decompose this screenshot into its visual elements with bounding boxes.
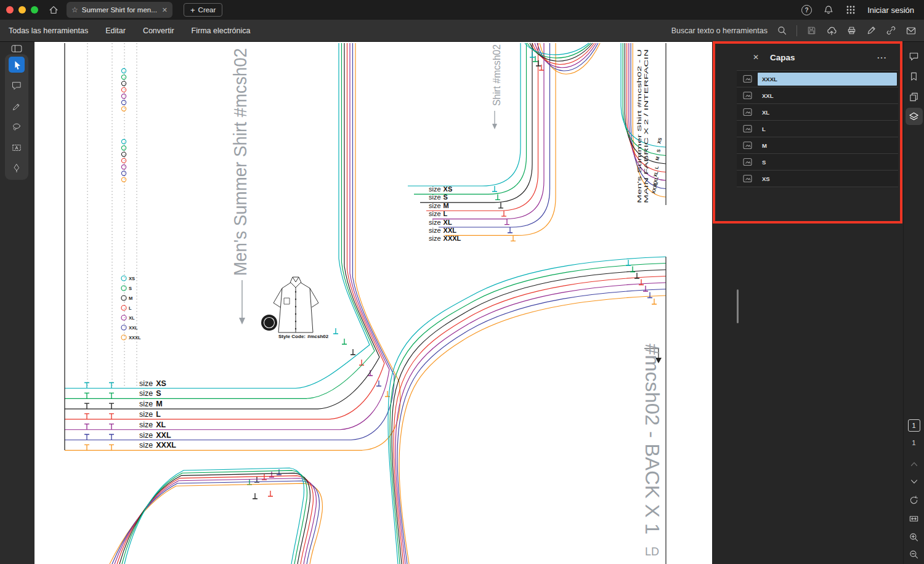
pages-icon: [909, 92, 919, 102]
size-row-label: sizeXXXL: [139, 441, 176, 449]
menu-edit[interactable]: Editar: [105, 26, 126, 35]
legend-size-label: M: [129, 296, 132, 301]
menu-all-tools[interactable]: Todas las herramientas: [9, 26, 88, 35]
menubar: Todas las herramientas Editar Convertir …: [0, 20, 924, 42]
toolbar-divider: [796, 25, 797, 36]
fit-width-button[interactable]: [906, 510, 923, 527]
layer-row-xs[interactable]: XS: [737, 171, 898, 187]
layer-row-xxxl[interactable]: XXXL: [737, 71, 898, 87]
bookmarks-panel-button[interactable]: [906, 68, 923, 85]
notifications-bell-icon[interactable]: [823, 4, 834, 15]
layers-panel-header: ✕ Capas ···: [737, 50, 898, 64]
left-tool-rail: [0, 42, 34, 564]
lasso-tool-button[interactable]: [9, 119, 25, 135]
comment-icon: [909, 51, 919, 62]
legend-size-label: XXL: [129, 325, 138, 331]
fold-label: LD: [645, 546, 659, 558]
front-piece-title: Men's Summer Shirt #mcsh02: [230, 48, 250, 276]
previous-page-button[interactable]: [906, 456, 923, 473]
save-icon[interactable]: [806, 25, 817, 36]
layer-name: S: [758, 156, 897, 169]
layer-row-xl[interactable]: XL: [737, 104, 898, 121]
select-text-icon: [11, 142, 22, 153]
layer-thumbnail-icon: [743, 141, 753, 150]
layer-name: XS: [758, 172, 897, 185]
pages-panel-button[interactable]: [906, 88, 923, 105]
close-window-button[interactable]: [6, 6, 14, 14]
layer-row-m[interactable]: M: [737, 137, 898, 154]
size-row-label: sizeL: [429, 210, 448, 217]
shirt-piece-title: Shirt #mcsh02: [491, 44, 503, 106]
titlebar: ☆ Summer Shirt for men... ✕ + Crear ? In…: [0, 0, 924, 20]
comments-panel-button[interactable]: [906, 47, 923, 65]
panel-toggle-button[interactable]: [9, 44, 24, 53]
zoom-out-button[interactable]: [906, 546, 923, 563]
add-signature-icon[interactable]: [866, 25, 877, 36]
layer-row-s[interactable]: S: [737, 154, 898, 171]
layer-thumbnail-icon: [743, 108, 753, 116]
search-icon[interactable]: [777, 25, 787, 36]
zoom-in-icon: [909, 532, 919, 542]
layer-thumbnail-icon: [743, 91, 753, 100]
print-icon[interactable]: [846, 25, 857, 36]
pen-nib-icon: [11, 163, 22, 174]
sewing-pattern-page: Men's Summer Shirt #mcsh02 Shirt #mcsh02…: [34, 42, 712, 564]
create-button[interactable]: + Crear: [184, 3, 222, 17]
layer-name: XXXL: [758, 73, 897, 86]
email-icon[interactable]: [906, 25, 917, 36]
document-canvas[interactable]: Men's Summer Shirt #mcsh02 Shirt #mcsh02…: [34, 42, 712, 564]
size-row-label: sizeM: [429, 202, 449, 209]
page-total-label: 1: [912, 439, 915, 446]
layers-panel-button[interactable]: [906, 108, 923, 125]
size-row-label: sizeXXL: [429, 227, 456, 234]
tab-title: Summer Shirt for men...: [82, 6, 158, 14]
bookmark-icon: [909, 71, 919, 82]
strip-text-2: MAIN FABRIC X 2 / INTERFACIN: [643, 49, 649, 203]
close-tab-icon[interactable]: ✕: [162, 7, 168, 14]
menu-esign[interactable]: Firma electrónica: [192, 26, 251, 35]
panel-options-icon[interactable]: ···: [877, 53, 887, 62]
strip-size-label: XS: [656, 137, 663, 145]
cloud-upload-icon[interactable]: [826, 25, 837, 36]
style-code-label: Style Code:#mcsh02: [278, 334, 329, 339]
legend-size-label: XS: [129, 276, 135, 281]
home-button[interactable]: [48, 4, 59, 15]
highlighter-tool-button[interactable]: [9, 99, 25, 115]
window-controls: [6, 6, 38, 14]
rotate-view-button[interactable]: [906, 491, 923, 509]
link-icon[interactable]: [886, 25, 896, 36]
menu-convert[interactable]: Convertir: [143, 26, 174, 35]
size-row-label: sizeS: [139, 389, 161, 398]
scrollbar-thumb[interactable]: [737, 289, 739, 323]
add-comment-tool-button[interactable]: [9, 78, 25, 94]
close-panel-icon[interactable]: ✕: [753, 53, 759, 62]
document-tab[interactable]: ☆ Summer Shirt for men... ✕: [67, 2, 172, 18]
fill-sign-tool-button[interactable]: [9, 160, 25, 176]
sign-in-button[interactable]: Iniciar sesión: [867, 6, 914, 15]
app-launcher-grid-icon[interactable]: [845, 4, 856, 15]
maximize-window-button[interactable]: [31, 6, 38, 14]
search-label[interactable]: Buscar texto o herramientas: [671, 26, 768, 35]
help-button[interactable]: ?: [801, 5, 812, 15]
minimize-window-button[interactable]: [18, 6, 26, 14]
star-icon[interactable]: ☆: [71, 6, 78, 14]
zoom-in-button[interactable]: [906, 528, 923, 546]
sidebar-toggle-icon: [10, 44, 23, 53]
strip-size-label: S: [655, 148, 662, 153]
layer-row-xxl[interactable]: XXL: [737, 87, 898, 104]
size-row-label: sizeXS: [139, 379, 166, 388]
select-text-tool-button[interactable]: [9, 140, 25, 156]
next-page-button[interactable]: [906, 473, 923, 490]
select-tool-button[interactable]: [9, 57, 25, 73]
layer-row-l[interactable]: L: [737, 121, 898, 137]
right-tool-rail: 1 1: [903, 42, 924, 564]
layer-name: XXL: [758, 89, 897, 102]
fit-width-icon: [909, 514, 919, 524]
layer-name: L: [758, 123, 897, 135]
layer-thumbnail-icon: [743, 124, 753, 133]
layer-thumbnail-icon: [743, 174, 753, 183]
size-row-label: sizeL: [139, 410, 161, 419]
page-number-input[interactable]: 1: [908, 419, 920, 432]
strip-text-1: Men's Summer Shirt #mcsh02 - U: [636, 49, 642, 203]
chevron-up-icon: [909, 459, 919, 469]
